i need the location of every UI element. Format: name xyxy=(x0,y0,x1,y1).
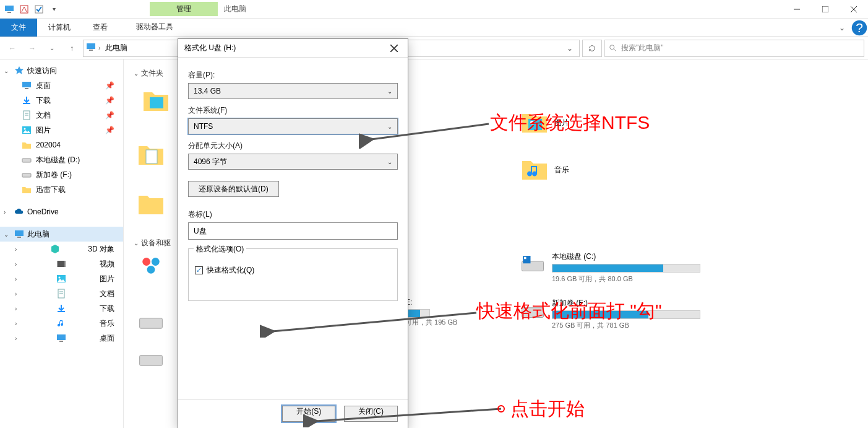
sidebar-item[interactable]: 下载 📌 xyxy=(0,93,123,108)
dialog-title: 格式化 U盘 (H:) xyxy=(184,43,236,53)
dialog-close-button[interactable] xyxy=(387,41,402,56)
svg-rect-22 xyxy=(22,159,31,162)
ribbon-tab-computer[interactable]: 计算机 xyxy=(37,19,82,37)
baidu-netdisk-icon[interactable] xyxy=(137,251,165,281)
chevron-right-icon[interactable]: › xyxy=(4,209,11,216)
chevron-right-icon[interactable]: › xyxy=(15,261,22,268)
chevron-down-icon[interactable]: ⌄ xyxy=(4,68,11,74)
sidebar-item-label: 3D 对象 xyxy=(88,244,114,255)
cloud-icon xyxy=(14,207,25,217)
sidebar-item-label: 下载 xyxy=(100,304,114,314)
chevron-down-icon[interactable]: ⌄ xyxy=(4,231,11,238)
chevron-right-icon[interactable]: › xyxy=(98,45,100,51)
sidebar-item[interactable]: › 音乐 xyxy=(0,316,123,331)
search-input[interactable]: 搜索"此电脑" xyxy=(604,40,864,57)
sidebar-item[interactable]: 迅雷下载 xyxy=(0,182,123,197)
drive-icon xyxy=(520,251,546,277)
explorer-body: ⌄ 快速访问 桌面 📌 下载 📌 文档 📌 图片 📌 202004 xyxy=(0,59,868,428)
pc-icon[interactable] xyxy=(2,2,16,16)
svg-point-42 xyxy=(152,258,160,266)
chevron-down-icon: ⌄ xyxy=(387,123,392,130)
sidebar-onedrive[interactable]: › OneDrive xyxy=(0,204,123,219)
chevron-right-icon[interactable]: › xyxy=(15,305,22,312)
drive-icon[interactable] xyxy=(137,351,165,371)
group-label: 设备和驱 xyxy=(141,238,171,248)
close-button[interactable] xyxy=(840,0,868,19)
breadcrumb[interactable]: 此电脑 xyxy=(103,43,130,53)
qat-dropdown-icon[interactable]: ▾ xyxy=(47,2,61,16)
quick-access-toolbar: ▾ xyxy=(0,2,63,16)
sidebar-item[interactable]: › 3D 对象 xyxy=(0,242,123,256)
sidebar-item[interactable]: › 下载 xyxy=(0,301,123,316)
svg-rect-23 xyxy=(22,173,31,177)
svg-point-12 xyxy=(610,45,614,49)
chevron-right-icon[interactable]: › xyxy=(15,320,22,327)
group-header-devices[interactable]: ⌄ 设备和驱 xyxy=(134,238,171,248)
close-dialog-button[interactable]: 关闭(C) xyxy=(344,406,398,422)
folder-icon xyxy=(136,190,166,219)
svg-point-43 xyxy=(147,266,155,274)
sidebar-item[interactable]: 本地磁盘 (D:) xyxy=(0,152,123,167)
filesystem-select[interactable]: NTFS⌄ xyxy=(188,118,398,134)
ribbon-expand-icon[interactable]: ⌄ xyxy=(833,19,851,37)
chevron-right-icon[interactable]: › xyxy=(15,276,22,282)
window-controls xyxy=(783,0,868,19)
quick-format-checkbox[interactable]: ✓ 快速格式化(Q) xyxy=(195,265,391,276)
sidebar-item[interactable]: 新加卷 (F:) xyxy=(0,167,123,182)
refresh-button[interactable] xyxy=(582,40,602,57)
sidebar-item[interactable]: 文档 📌 xyxy=(0,108,123,123)
sidebar-item[interactable]: 202004 xyxy=(0,138,123,152)
svg-rect-10 xyxy=(87,43,95,49)
svg-rect-5 xyxy=(822,6,828,12)
monitor-icon xyxy=(56,333,67,343)
sidebar-this-pc[interactable]: ⌄ 此电脑 xyxy=(0,227,123,242)
volume-label-input[interactable] xyxy=(188,222,398,240)
capacity-label: 容量(P): xyxy=(188,70,398,81)
sidebar-item-label: 图片 xyxy=(36,125,51,136)
help-icon[interactable]: ? xyxy=(851,19,868,37)
properties-icon[interactable] xyxy=(17,2,31,16)
start-button[interactable]: 开始(S) xyxy=(282,406,335,422)
format-options-legend: 格式化选项(O) xyxy=(194,244,246,255)
sidebar-item[interactable]: › 图片 xyxy=(0,271,123,286)
chevron-right-icon[interactable]: › xyxy=(15,246,22,253)
drive-tile-c[interactable]: 本地磁盘 (C:) 19.6 GB 可用，共 80.0 GB xyxy=(520,251,711,284)
nav-up-button[interactable]: ↑ xyxy=(63,40,80,57)
drive-icon[interactable] xyxy=(137,313,165,334)
volume-label-label: 卷标(L) xyxy=(188,209,398,220)
minimize-button[interactable] xyxy=(783,0,811,19)
sidebar-item[interactable]: 桌面 📌 xyxy=(0,78,123,93)
picture-icon xyxy=(56,274,67,284)
ribbon-tab-drivetools[interactable]: 驱动器工具 xyxy=(127,19,182,37)
sidebar-item-label: 图片 xyxy=(100,274,114,284)
sidebar-item[interactable]: › 文档 xyxy=(0,286,123,301)
sidebar-item[interactable]: › 桌面 xyxy=(0,331,123,346)
checkbox-icon[interactable] xyxy=(32,2,46,16)
svg-rect-24 xyxy=(15,230,24,236)
download-icon xyxy=(21,95,32,105)
addressbar-dropdown-icon[interactable]: ⌄ xyxy=(563,44,577,53)
allocation-select[interactable]: 4096 字节⌄ xyxy=(188,154,398,170)
sidebar-item[interactable]: › 视频 xyxy=(0,256,123,271)
chevron-right-icon[interactable]: › xyxy=(15,335,22,342)
nav-recent-dropdown[interactable]: ⌄ xyxy=(43,40,61,57)
restore-defaults-button[interactable]: 还原设备的默认值(D) xyxy=(188,181,279,197)
nav-forward-button[interactable]: → xyxy=(24,40,41,57)
capacity-select[interactable]: 13.4 GB⌄ xyxy=(188,83,398,99)
svg-rect-0 xyxy=(5,6,14,11)
nav-back-button[interactable]: ← xyxy=(4,40,21,57)
tile-label: 音乐 xyxy=(554,165,569,175)
chevron-right-icon[interactable]: › xyxy=(15,290,22,297)
sidebar-item[interactable]: 图片 📌 xyxy=(0,123,123,138)
maximize-button[interactable] xyxy=(811,0,840,19)
svg-rect-48 xyxy=(140,318,163,329)
folder-icon xyxy=(520,155,549,185)
dialog-titlebar[interactable]: 格式化 U盘 (H:) xyxy=(178,39,408,58)
sidebar-quick-access[interactable]: ⌄ 快速访问 xyxy=(0,63,123,78)
svg-rect-11 xyxy=(89,50,93,51)
ribbon-tab-view[interactable]: 查看 xyxy=(82,19,119,37)
folder-tile-music[interactable]: 音乐 xyxy=(520,152,711,187)
svg-rect-34 xyxy=(58,311,65,312)
drive-tile-e[interactable]: E: 可用，共 195 GB xyxy=(405,298,457,327)
ribbon-file-tab[interactable]: 文件 xyxy=(0,19,37,37)
